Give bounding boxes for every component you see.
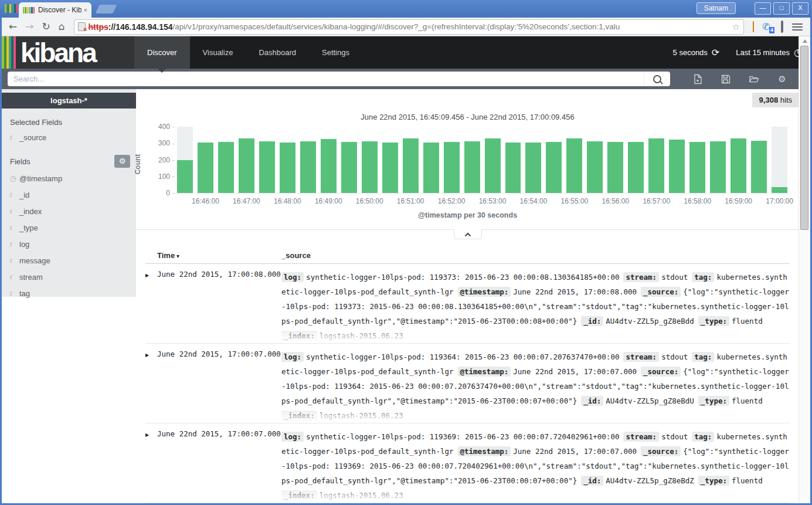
histogram-bar[interactable] xyxy=(218,127,234,193)
index-pattern[interactable]: logstash-* xyxy=(2,93,136,109)
histogram-bar[interactable] xyxy=(382,127,398,193)
bar-fill xyxy=(464,141,480,193)
minimize-button[interactable]: — xyxy=(755,2,771,15)
save-search-button[interactable] xyxy=(721,74,731,84)
time-range-picker[interactable]: Last 15 minutes ◷ xyxy=(736,47,802,58)
extension-icon-orange[interactable] xyxy=(753,22,754,32)
histogram-bar[interactable]: 16:47:00 xyxy=(239,127,254,193)
bar-fill xyxy=(772,187,787,193)
sidebar-field-stream[interactable]: tstream xyxy=(2,269,136,285)
histogram-bar[interactable]: 16:58:00 xyxy=(689,127,705,193)
histogram-bar[interactable]: 16:50:00 xyxy=(362,127,378,193)
histogram-bar[interactable] xyxy=(464,127,480,193)
histogram-bar[interactable] xyxy=(177,127,193,193)
reload-icon[interactable]: ↻ xyxy=(42,22,50,32)
browser-tab[interactable]: Discover - Kibana 4 × xyxy=(19,2,91,18)
scrollbar-up-icon[interactable] xyxy=(803,39,807,43)
sidebar-field-_source[interactable]: t_source xyxy=(2,129,136,145)
new-tab-button[interactable] xyxy=(96,5,117,13)
profile-button[interactable]: Satnam xyxy=(697,2,736,14)
field-badge-_id: _id: xyxy=(581,396,603,406)
new-search-button[interactable] xyxy=(692,74,703,84)
expand-row-icon[interactable]: ▶ xyxy=(145,270,157,343)
nav-item-discover[interactable]: Discover xyxy=(134,36,190,69)
histogram-bar[interactable] xyxy=(300,127,316,193)
url-bar[interactable]: × https ://146.148.94.154 /api/v1/proxy/… xyxy=(74,19,744,35)
histogram-bar[interactable]: 16:53:00 xyxy=(485,127,501,193)
histogram-bar[interactable]: 16:51:00 xyxy=(403,127,419,193)
cast-icon[interactable] xyxy=(781,22,783,32)
field-value-_type: fluentd xyxy=(732,396,763,405)
field-badge-log: log: xyxy=(281,272,304,282)
source-column-header: _source xyxy=(281,251,790,260)
row-source: log:synthetic-logger-10lps-pod: 119364: … xyxy=(281,350,790,423)
tab-close-icon[interactable]: × xyxy=(84,6,87,13)
open-search-button[interactable] xyxy=(749,74,759,84)
search-button[interactable] xyxy=(644,72,670,86)
nav-item-dashboard[interactable]: Dashboard xyxy=(246,36,309,69)
histogram-bar[interactable]: 16:49:00 xyxy=(321,127,337,193)
x-tick-label: 16:46:00 xyxy=(192,197,219,205)
histogram-bar[interactable] xyxy=(259,127,275,193)
histogram-bar[interactable] xyxy=(710,127,726,193)
histogram-bar[interactable] xyxy=(628,127,644,193)
sidebar-field-message[interactable]: tmessage xyxy=(2,252,136,269)
histogram-bar[interactable] xyxy=(587,127,603,193)
insecure-page-icon[interactable]: × xyxy=(78,22,86,31)
histogram-bar[interactable]: 16:59:00 xyxy=(731,127,746,193)
bar-fill xyxy=(259,141,275,193)
collapse-chart-button[interactable] xyxy=(454,229,482,239)
forward-icon[interactable]: → xyxy=(25,22,33,32)
field-name: log xyxy=(19,240,29,249)
discover-main: 9,308 hits June 22nd 2015, 16:45:09.456 … xyxy=(136,89,799,503)
histogram-bar[interactable]: 16:54:00 xyxy=(525,127,541,193)
histogram-bar[interactable]: 16:46:00 xyxy=(198,127,213,193)
string-field-icon: t xyxy=(10,133,19,142)
histogram-bar[interactable]: 16:48:00 xyxy=(280,127,295,193)
sidebar-field-log[interactable]: tlog xyxy=(2,236,136,252)
url-path: /api/v1/proxy/namespaces/default/service… xyxy=(173,22,730,31)
page-scrollbar[interactable] xyxy=(799,36,810,503)
histogram-bar[interactable] xyxy=(751,127,767,193)
expand-row-icon[interactable]: ▶ xyxy=(145,429,157,503)
sidebar-field-_type[interactable]: t_type xyxy=(2,219,136,236)
refresh-interval-picker[interactable]: 5 seconds ⟳ xyxy=(673,47,720,58)
expand-row-icon[interactable]: ▶ xyxy=(145,350,157,423)
close-button[interactable]: X xyxy=(792,2,808,15)
scrollbar-thumb[interactable] xyxy=(800,46,808,230)
histogram-bar[interactable] xyxy=(341,127,357,193)
maximize-button[interactable]: □ xyxy=(773,2,790,15)
sidebar-field-@timestamp[interactable]: ◷@timestamp xyxy=(2,170,136,187)
nav-item-visualize[interactable]: Visualize xyxy=(190,36,246,69)
table-row: ▶June 22nd 2015, 17:00:08.000log:synthet… xyxy=(145,264,790,344)
y-axis-title: Count xyxy=(136,127,149,194)
row-source: log:synthetic-logger-10lps-pod: 119369: … xyxy=(281,429,790,503)
histogram-bar[interactable] xyxy=(669,127,685,193)
fields-settings-gear-icon[interactable]: ⚙ xyxy=(114,155,130,168)
histogram-bar[interactable]: 16:55:00 xyxy=(566,127,582,193)
fields-heading: Fields xyxy=(10,157,30,166)
field-value-@timestamp: June 22nd 2015, 17:00:07.000 xyxy=(513,447,637,456)
histogram-bar[interactable]: 17:00:00 xyxy=(772,127,787,193)
back-icon[interactable]: ← xyxy=(9,22,17,32)
home-icon[interactable]: ⌂ xyxy=(59,22,65,32)
histogram-bar[interactable] xyxy=(423,127,439,193)
main-nav: DiscoverVisualizeDashboardSettings xyxy=(134,36,362,69)
histogram-bar[interactable]: 16:52:00 xyxy=(444,127,460,193)
bookmark-star-icon[interactable]: ☆ xyxy=(732,22,740,32)
sidebar-field-_id[interactable]: t_id xyxy=(2,187,136,203)
sidebar-field-_index[interactable]: t_index xyxy=(2,203,136,219)
extension-phone-icon[interactable]: ✆4 xyxy=(762,22,773,32)
field-badge-stream: stream: xyxy=(623,352,659,362)
histogram-bar[interactable]: 16:56:00 xyxy=(607,127,623,193)
kibana-logo[interactable]: kibana xyxy=(2,36,134,69)
histogram-bar[interactable]: 16:57:00 xyxy=(648,127,664,193)
histogram-bar[interactable] xyxy=(546,127,562,193)
time-column-header[interactable]: Time▾ xyxy=(157,251,281,260)
settings-gear-icon[interactable]: ⚙ xyxy=(777,74,787,84)
histogram-bar[interactable] xyxy=(505,127,521,193)
browser-menu-icon[interactable] xyxy=(792,22,803,32)
search-input[interactable] xyxy=(8,74,644,83)
sidebar-field-tag[interactable]: ttag xyxy=(2,285,136,301)
nav-item-settings[interactable]: Settings xyxy=(309,36,362,69)
